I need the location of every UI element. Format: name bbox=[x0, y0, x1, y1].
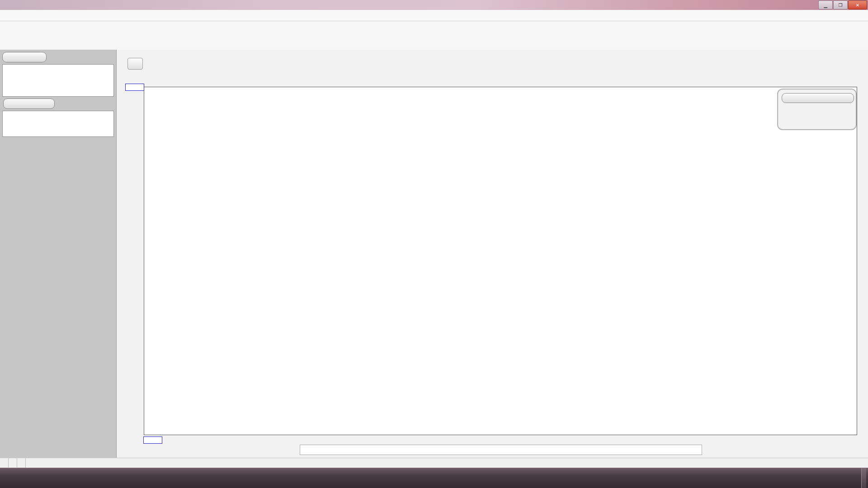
plot-canvas bbox=[144, 87, 857, 435]
wrench-icon bbox=[843, 23, 861, 41]
maximize-button[interactable]: ❐ bbox=[833, 0, 848, 9]
windows-taskbar bbox=[0, 468, 868, 488]
rew-application-window: ▁ ❐ ✕ bbox=[0, 0, 868, 488]
generate-minimum-phase-button[interactable] bbox=[782, 93, 854, 103]
group-delay-plot[interactable] bbox=[144, 87, 857, 435]
preferences-button[interactable] bbox=[841, 23, 862, 41]
bit-depth-status bbox=[17, 458, 26, 468]
menu-bar bbox=[0, 10, 868, 21]
y-axis-max-field[interactable] bbox=[125, 84, 144, 91]
show-desktop-button[interactable] bbox=[861, 468, 866, 488]
collapse-sidebar-button[interactable] bbox=[2, 52, 47, 62]
window-titlebar: ▁ ❐ ✕ bbox=[0, 0, 868, 10]
close-button[interactable]: ✕ bbox=[848, 0, 867, 9]
system-tray bbox=[822, 468, 868, 488]
camera-icon bbox=[127, 58, 143, 70]
graph-controls-panel bbox=[777, 89, 857, 130]
rta-info-box bbox=[2, 111, 114, 137]
sample-rate-status bbox=[9, 458, 17, 468]
main-toolbar bbox=[0, 21, 868, 50]
java-icon bbox=[2, 1, 9, 9]
measurements-sidebar bbox=[0, 50, 117, 458]
x-axis-min-field[interactable] bbox=[143, 436, 162, 444]
capture-button[interactable] bbox=[126, 58, 145, 72]
status-bar bbox=[0, 458, 868, 468]
trace-legend-bar bbox=[300, 445, 702, 455]
memory-status bbox=[0, 458, 9, 468]
delay-info-box bbox=[2, 64, 114, 97]
minimize-button[interactable]: ▁ bbox=[818, 0, 833, 9]
change-cal-button[interactable] bbox=[3, 99, 55, 109]
